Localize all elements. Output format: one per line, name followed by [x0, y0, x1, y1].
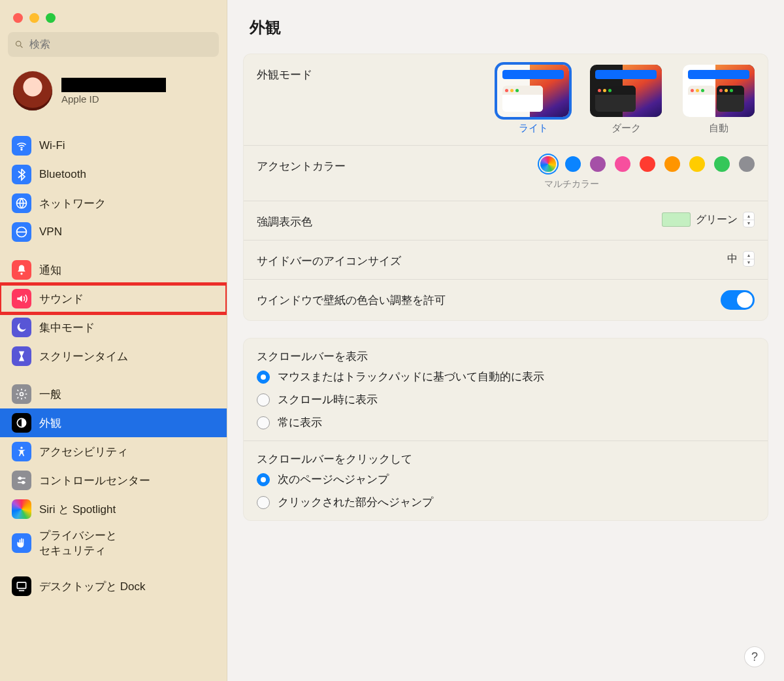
sidebar-item-spotlight[interactable]: Siri と Spotlight	[0, 495, 227, 523]
highlight-color-select[interactable]: グリーン ▴▾	[662, 212, 755, 227]
scrollbar-show-options: マウスまたはトラックパッドに基づいて自動的に表示 スクロール時に表示 常に表示	[257, 369, 755, 430]
accent-orange[interactable]	[664, 156, 680, 172]
appearance-panel: 外観モード ライト	[243, 54, 768, 321]
radio-option[interactable]: 常に表示	[257, 415, 755, 430]
accent-pink[interactable]	[615, 156, 630, 172]
zoom-icon[interactable]	[46, 13, 56, 23]
accent-multicolor-icon[interactable]	[540, 156, 556, 172]
accent-green[interactable]	[714, 156, 730, 172]
account-name-redacted	[61, 78, 166, 92]
sidebar-item-label: アクセシビリティ	[39, 444, 128, 459]
radio-option[interactable]: クリックされた部分へジャンプ	[257, 495, 755, 510]
sidebar-item-appearance[interactable]: 外観	[0, 408, 227, 437]
row-label: 外観モード	[257, 65, 312, 82]
main-pane: 外観 外観モード ライト	[227, 0, 784, 681]
accent-area: マルチカラー	[540, 156, 755, 190]
sidebar-item-controlcenter[interactable]: コントロールセンター	[0, 466, 227, 495]
row-label: 強調表示色	[257, 212, 312, 229]
accent-options	[540, 156, 755, 172]
radio-option[interactable]: スクロール時に表示	[257, 392, 755, 407]
sidebar-item-privacy[interactable]: プライバシーと セキュリティ	[0, 523, 227, 563]
select-value: 中	[727, 252, 738, 266]
tint-row: ウインドウで壁紙の色合い調整を許可	[244, 280, 768, 320]
option-label: ダーク	[612, 122, 641, 135]
radio-icon	[257, 416, 270, 429]
radio-icon	[257, 393, 270, 407]
scrollbar-click-row: スクロールバーをクリックして 次のページへジャンプ クリックされた部分へジャンプ	[244, 441, 768, 520]
light-thumb-icon	[497, 65, 569, 117]
apple-id-text: Apple ID	[61, 78, 166, 105]
appearance-mode-options: ライト ダーク	[497, 65, 755, 135]
desktop-icon	[12, 576, 31, 596]
row-label: アクセントカラー	[257, 156, 346, 174]
color-swatch-icon	[662, 212, 691, 227]
search-input[interactable]	[28, 38, 212, 51]
auto-thumb-icon	[683, 65, 755, 117]
sidebar-item-sound[interactable]: サウンド	[0, 284, 227, 313]
main-header: 外観	[227, 0, 784, 48]
accent-sub-label: マルチカラー	[544, 178, 599, 190]
search-field-wrap	[0, 32, 227, 66]
sidebar-item-label: VPN	[39, 225, 62, 239]
appearance-option-dark[interactable]: ダーク	[590, 65, 662, 135]
sidebar-item-label: 一般	[39, 387, 61, 402]
sidebar-item-label: ネットワーク	[39, 196, 106, 211]
highlight-color-row: 強調表示色 グリーン ▴▾	[244, 201, 768, 241]
sidebar-item-label: Siri と Spotlight	[39, 502, 116, 517]
sidebar-item-accessibility[interactable]: アクセシビリティ	[0, 437, 227, 466]
sidebar-icon-size-row: サイドバーのアイコンサイズ 中 ▴▾	[244, 241, 768, 280]
siri-icon	[12, 499, 31, 519]
sidebar-item-screentime[interactable]: スクリーンタイム	[0, 342, 227, 371]
radio-label: マウスまたはトラックパッドに基づいて自動的に表示	[278, 369, 544, 384]
minimize-icon[interactable]	[29, 13, 39, 23]
sidebar-item-vpn[interactable]: VPN	[0, 218, 227, 246]
help-button[interactable]: ?	[745, 647, 764, 667]
sidebar-item-label: スクリーンタイム	[39, 349, 128, 364]
sidebar-item-focus[interactable]: 集中モード	[0, 313, 227, 342]
sidebar-item-desktop[interactable]: デスクトップと Dock	[0, 572, 227, 601]
accent-red[interactable]	[640, 156, 655, 172]
scrollbar-show-row: スクロールバーを表示 マウスまたはトラックパッドに基づいて自動的に表示 スクロー…	[244, 339, 768, 441]
radio-option[interactable]: 次のページへジャンプ	[257, 472, 755, 487]
sidebar-item-notifications[interactable]: 通知	[0, 256, 227, 284]
sidebar-nav: Wi-Fi Bluetooth ネットワーク VPN	[0, 122, 227, 681]
sidebar-item-bluetooth[interactable]: Bluetooth	[0, 160, 227, 189]
row-label: ウインドウで壁紙の色合い調整を許可	[257, 290, 446, 308]
svg-point-6	[20, 393, 24, 396]
window-controls	[0, 0, 227, 32]
dark-thumb-icon	[590, 65, 662, 117]
radio-label: 次のページへジャンプ	[278, 472, 389, 487]
sidebar-item-label: サウンド	[39, 291, 84, 307]
radio-option[interactable]: マウスまたはトラックパッドに基づいて自動的に表示	[257, 369, 755, 384]
sidebar-item-label: 外観	[39, 416, 61, 431]
sidebar-item-network[interactable]: ネットワーク	[0, 189, 227, 218]
wifi-icon	[12, 136, 31, 156]
vpn-icon	[12, 222, 31, 242]
sidebar-item-general[interactable]: 一般	[0, 380, 227, 408]
page-title: 外観	[250, 17, 762, 38]
accent-graphite[interactable]	[739, 156, 755, 172]
sidebar-item-label: 集中モード	[39, 320, 95, 335]
apple-id-sub: Apple ID	[61, 93, 166, 105]
sidebar-item-label: Wi-Fi	[39, 139, 65, 152]
bluetooth-icon	[12, 165, 31, 184]
radio-icon	[257, 473, 270, 486]
sidebar-icon-size-select[interactable]: 中 ▴▾	[727, 251, 755, 267]
appearance-mode-row: 外観モード ライト	[244, 54, 768, 146]
appearance-option-auto[interactable]: 自動	[683, 65, 755, 135]
accent-purple[interactable]	[590, 156, 606, 172]
hand-icon	[12, 533, 31, 553]
accent-blue[interactable]	[565, 156, 581, 172]
close-icon[interactable]	[13, 13, 23, 23]
apple-id-row[interactable]: Apple ID	[0, 66, 227, 122]
system-settings-window: Apple ID Wi-Fi Bluetooth ネットワーク	[0, 0, 784, 681]
chevron-updown-icon: ▴▾	[743, 251, 755, 267]
tint-toggle[interactable]	[721, 290, 755, 310]
accessibility-icon	[12, 442, 31, 461]
sidebar-item-wifi[interactable]: Wi-Fi	[0, 131, 227, 160]
appearance-option-light[interactable]: ライト	[497, 65, 569, 135]
accent-yellow[interactable]	[689, 156, 705, 172]
search-field[interactable]	[8, 32, 219, 57]
network-icon	[12, 193, 31, 213]
sidebar: Apple ID Wi-Fi Bluetooth ネットワーク	[0, 0, 227, 681]
